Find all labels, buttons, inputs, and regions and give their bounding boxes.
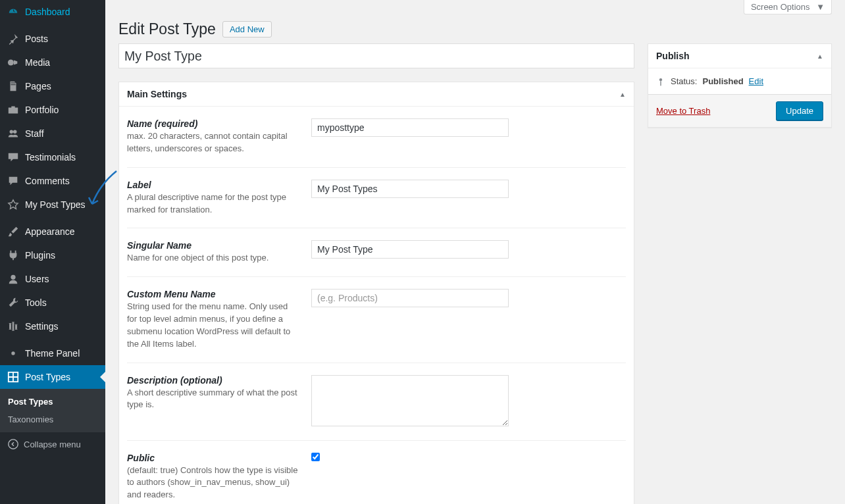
update-button[interactable]: Update bbox=[776, 101, 823, 120]
label-input[interactable] bbox=[311, 180, 509, 198]
collapse-icon bbox=[7, 438, 20, 451]
field-label: Name (required) bbox=[127, 118, 298, 129]
svg-point-0 bbox=[8, 60, 14, 66]
field-public: Public (default: true) Controls how the … bbox=[127, 441, 626, 504]
pin-icon bbox=[7, 32, 20, 45]
field-help: Name for one object of this post type. bbox=[127, 252, 298, 265]
menu-label: Post Types bbox=[25, 372, 70, 382]
submenu: Post Types Taxonomies bbox=[0, 389, 105, 432]
menu-comments[interactable]: Comments bbox=[0, 169, 105, 193]
menu-label: Plugins bbox=[25, 250, 55, 261]
field-help: A plural descriptive name for the post t… bbox=[127, 191, 298, 216]
user-icon bbox=[7, 272, 20, 286]
menu-pages[interactable]: Pages bbox=[0, 74, 105, 98]
menu-label: My Post Types bbox=[25, 199, 86, 210]
page-title: Edit Post Type bbox=[118, 20, 216, 38]
menu-label: Portfolio bbox=[25, 105, 59, 115]
menu-tools[interactable]: Tools bbox=[0, 291, 105, 315]
menu-testimonials[interactable]: Testimonials bbox=[0, 145, 105, 169]
menu-label: Theme Panel bbox=[25, 348, 80, 359]
description-input[interactable] bbox=[311, 375, 509, 426]
menu-label: Posts bbox=[25, 34, 48, 44]
screen-options-toggle[interactable]: Screen Options ▼ bbox=[744, 0, 832, 14]
menu-settings[interactable]: Settings bbox=[0, 315, 105, 338]
menu-label: Testimonials bbox=[25, 152, 76, 163]
name-input[interactable] bbox=[311, 118, 509, 137]
menu-posts[interactable]: Posts bbox=[0, 27, 105, 51]
publish-box: Publish ▲ Status: Published Edit Move to… bbox=[648, 43, 832, 128]
publish-title: Publish bbox=[656, 51, 690, 61]
svg-point-6 bbox=[9, 440, 18, 449]
menu-label: Tools bbox=[25, 297, 47, 308]
submenu-post-types[interactable]: Post Types bbox=[0, 393, 105, 411]
menu-label: Staff bbox=[25, 128, 44, 139]
menu-label: Comments bbox=[25, 176, 70, 186]
svg-point-1 bbox=[10, 130, 13, 134]
field-description: Description (optional) A short descripti… bbox=[127, 363, 626, 441]
brush-icon bbox=[7, 225, 20, 238]
grid-icon bbox=[7, 370, 20, 384]
svg-point-2 bbox=[13, 130, 16, 134]
add-new-button[interactable]: Add New bbox=[222, 21, 272, 38]
main-settings-box: Main Settings ▲ Name (required) max. 20 … bbox=[118, 82, 634, 504]
field-label: Description (optional) bbox=[127, 375, 298, 386]
field-label: Singular Name bbox=[127, 240, 298, 251]
menu-name-input[interactable] bbox=[311, 289, 509, 307]
field-menu-name: Custom Menu Name String used for the men… bbox=[127, 277, 626, 363]
edit-status-link[interactable]: Edit bbox=[749, 76, 763, 86]
comment-icon bbox=[7, 174, 20, 188]
menu-media[interactable]: Media bbox=[0, 51, 105, 74]
svg-point-4 bbox=[11, 351, 14, 355]
media-icon bbox=[7, 56, 20, 69]
pin-icon bbox=[656, 77, 665, 86]
status-label: Status: bbox=[671, 76, 697, 86]
field-label: Custom Menu Name bbox=[127, 289, 298, 299]
field-singular: Singular Name Name for one object of thi… bbox=[127, 228, 626, 277]
plugin-icon bbox=[7, 249, 20, 262]
field-help: String used for the menu name. Only used… bbox=[127, 301, 298, 350]
menu-appearance[interactable]: Appearance bbox=[0, 220, 105, 243]
move-to-trash-link[interactable]: Move to Trash bbox=[656, 106, 710, 116]
main-content: Screen Options ▼ Edit Post Type Add New … bbox=[105, 0, 845, 504]
page-heading: Edit Post Type Add New bbox=[105, 14, 845, 43]
menu-theme-panel[interactable]: Theme Panel bbox=[0, 341, 105, 365]
portfolio-icon bbox=[7, 103, 20, 116]
field-label: Label bbox=[127, 180, 298, 190]
field-help: A short descriptive summary of what the … bbox=[127, 387, 298, 412]
toggle-arrow-icon[interactable]: ▲ bbox=[817, 53, 823, 60]
publish-header[interactable]: Publish ▲ bbox=[648, 44, 831, 68]
wrench-icon bbox=[7, 296, 20, 309]
dashboard-icon bbox=[7, 5, 20, 18]
staff-icon bbox=[7, 127, 20, 140]
main-settings-title: Main Settings bbox=[127, 89, 187, 99]
post-title-input[interactable] bbox=[118, 43, 634, 68]
svg-point-7 bbox=[659, 78, 662, 81]
menu-dashboard[interactable]: Dashboard bbox=[0, 0, 105, 24]
main-settings-header[interactable]: Main Settings ▲ bbox=[119, 82, 634, 107]
singular-input[interactable] bbox=[311, 240, 509, 259]
toggle-arrow-icon[interactable]: ▲ bbox=[619, 91, 626, 98]
field-label: Public bbox=[127, 453, 298, 463]
menu-users[interactable]: Users bbox=[0, 267, 105, 291]
admin-sidebar: Dashboard Posts Media Pages Portfolio St… bbox=[0, 0, 105, 504]
page-icon bbox=[7, 80, 20, 93]
submenu-taxonomies[interactable]: Taxonomies bbox=[0, 411, 105, 428]
field-name: Name (required) max. 20 characters, cann… bbox=[127, 107, 626, 168]
collapse-label: Collapse menu bbox=[24, 440, 81, 449]
chevron-down-icon: ▼ bbox=[816, 2, 825, 12]
star-icon bbox=[7, 198, 20, 211]
menu-plugins[interactable]: Plugins bbox=[0, 243, 105, 267]
collapse-menu[interactable]: Collapse menu bbox=[0, 432, 105, 456]
menu-post-types[interactable]: Post Types bbox=[0, 365, 105, 389]
gear-icon bbox=[7, 347, 20, 360]
menu-my-post-types[interactable]: My Post Types bbox=[0, 193, 105, 216]
screen-options-label: Screen Options bbox=[751, 2, 810, 12]
menu-label: Settings bbox=[25, 321, 59, 332]
svg-point-3 bbox=[11, 275, 15, 280]
menu-label: Users bbox=[25, 274, 49, 284]
publish-status-row: Status: Published Edit bbox=[648, 68, 831, 95]
field-help: (default: true) Controls how the type is… bbox=[127, 465, 298, 502]
menu-portfolio[interactable]: Portfolio bbox=[0, 98, 105, 122]
public-checkbox[interactable] bbox=[311, 453, 320, 461]
menu-staff[interactable]: Staff bbox=[0, 122, 105, 145]
